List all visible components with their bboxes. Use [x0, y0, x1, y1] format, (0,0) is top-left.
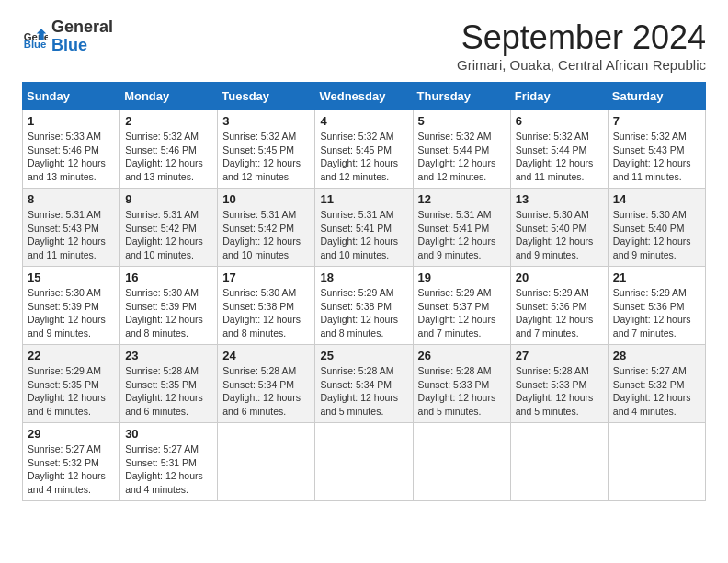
calendar-day-header: Tuesday [218, 83, 315, 110]
day-number: 16 [125, 270, 212, 284]
calendar-day-header: Sunday [23, 83, 120, 110]
calendar-day-cell: 24Sunrise: 5:28 AMSunset: 5:34 PMDayligh… [218, 345, 315, 423]
calendar-week-row: 8Sunrise: 5:31 AMSunset: 5:43 PMDaylight… [23, 189, 706, 267]
calendar-day-cell: 19Sunrise: 5:29 AMSunset: 5:37 PMDayligh… [413, 267, 510, 345]
calendar-day-cell: 11Sunrise: 5:31 AMSunset: 5:41 PMDayligh… [315, 189, 413, 267]
calendar-day-cell: 9Sunrise: 5:31 AMSunset: 5:42 PMDaylight… [120, 189, 218, 267]
page-header: General Blue General Blue September 2024… [22, 18, 706, 73]
calendar-week-row: 1Sunrise: 5:33 AMSunset: 5:46 PMDaylight… [23, 110, 706, 189]
calendar-day-cell: 20Sunrise: 5:29 AMSunset: 5:36 PMDayligh… [510, 267, 608, 345]
logo-blue-text: Blue [51, 36, 87, 54]
day-info: Sunrise: 5:32 AMSunset: 5:45 PMDaylight:… [222, 130, 310, 184]
day-info: Sunrise: 5:29 AMSunset: 5:36 PMDaylight:… [516, 286, 603, 340]
calendar-day-cell: 18Sunrise: 5:29 AMSunset: 5:38 PMDayligh… [315, 267, 413, 345]
day-number: 30 [125, 427, 212, 441]
title-area: September 2024 Grimari, Ouaka, Central A… [457, 18, 706, 73]
calendar-day-cell: 6Sunrise: 5:32 AMSunset: 5:44 PMDaylight… [510, 110, 608, 189]
day-number: 4 [320, 114, 407, 128]
day-info: Sunrise: 5:29 AMSunset: 5:36 PMDaylight:… [613, 286, 700, 340]
calendar-day-cell: 26Sunrise: 5:28 AMSunset: 5:33 PMDayligh… [413, 345, 510, 423]
day-info: Sunrise: 5:32 AMSunset: 5:46 PMDaylight:… [125, 130, 212, 184]
day-info: Sunrise: 5:29 AMSunset: 5:38 PMDaylight:… [320, 286, 407, 340]
day-number: 15 [28, 270, 115, 284]
calendar-day-cell: 14Sunrise: 5:30 AMSunset: 5:40 PMDayligh… [608, 189, 705, 267]
day-info: Sunrise: 5:31 AMSunset: 5:43 PMDaylight:… [28, 208, 115, 262]
day-number: 6 [516, 114, 603, 128]
logo: General Blue General Blue [22, 18, 113, 55]
calendar-day-cell: 16Sunrise: 5:30 AMSunset: 5:39 PMDayligh… [120, 267, 218, 345]
calendar-day-cell [218, 423, 315, 501]
calendar-day-cell: 17Sunrise: 5:30 AMSunset: 5:38 PMDayligh… [218, 267, 315, 345]
calendar-day-cell: 2Sunrise: 5:32 AMSunset: 5:46 PMDaylight… [120, 110, 218, 189]
day-number: 29 [28, 427, 115, 441]
logo-general-text: General [51, 17, 113, 36]
day-info: Sunrise: 5:29 AMSunset: 5:35 PMDaylight:… [28, 364, 115, 419]
day-number: 20 [516, 270, 603, 284]
svg-text:Blue: Blue [24, 39, 47, 50]
day-number: 24 [222, 349, 310, 362]
day-number: 19 [418, 270, 506, 284]
calendar-day-cell [315, 423, 413, 501]
day-number: 14 [613, 192, 700, 206]
day-number: 8 [28, 192, 115, 206]
calendar-day-cell: 30Sunrise: 5:27 AMSunset: 5:31 PMDayligh… [120, 423, 218, 501]
day-number: 1 [28, 114, 115, 128]
day-info: Sunrise: 5:31 AMSunset: 5:41 PMDaylight:… [418, 208, 506, 262]
day-info: Sunrise: 5:28 AMSunset: 5:34 PMDaylight:… [222, 364, 310, 419]
day-info: Sunrise: 5:27 AMSunset: 5:31 PMDaylight:… [125, 442, 212, 497]
calendar-day-header: Wednesday [315, 83, 413, 110]
calendar-week-row: 22Sunrise: 5:29 AMSunset: 5:35 PMDayligh… [23, 345, 706, 423]
calendar-day-cell [413, 423, 510, 501]
day-info: Sunrise: 5:30 AMSunset: 5:39 PMDaylight:… [28, 286, 115, 340]
calendar-day-cell: 27Sunrise: 5:28 AMSunset: 5:33 PMDayligh… [510, 345, 608, 423]
day-number: 13 [516, 192, 603, 206]
calendar-day-cell: 15Sunrise: 5:30 AMSunset: 5:39 PMDayligh… [23, 267, 120, 345]
day-info: Sunrise: 5:30 AMSunset: 5:38 PMDaylight:… [222, 286, 310, 340]
day-number: 7 [613, 114, 700, 128]
day-number: 9 [125, 192, 212, 206]
day-info: Sunrise: 5:31 AMSunset: 5:42 PMDaylight:… [222, 208, 310, 262]
calendar-day-cell: 4Sunrise: 5:32 AMSunset: 5:45 PMDaylight… [315, 110, 413, 189]
calendar-day-cell [510, 423, 608, 501]
calendar-day-cell: 28Sunrise: 5:27 AMSunset: 5:32 PMDayligh… [608, 345, 705, 423]
day-number: 18 [320, 270, 407, 284]
day-info: Sunrise: 5:30 AMSunset: 5:40 PMDaylight:… [613, 208, 700, 262]
calendar-day-cell: 25Sunrise: 5:28 AMSunset: 5:34 PMDayligh… [315, 345, 413, 423]
calendar-day-header: Monday [120, 83, 218, 110]
calendar-day-header: Thursday [413, 83, 510, 110]
day-info: Sunrise: 5:28 AMSunset: 5:33 PMDaylight:… [418, 364, 506, 419]
day-number: 25 [320, 349, 407, 362]
day-info: Sunrise: 5:28 AMSunset: 5:35 PMDaylight:… [125, 364, 212, 419]
calendar-day-cell: 21Sunrise: 5:29 AMSunset: 5:36 PMDayligh… [608, 267, 705, 345]
day-number: 23 [125, 349, 212, 362]
day-info: Sunrise: 5:29 AMSunset: 5:37 PMDaylight:… [418, 286, 506, 340]
calendar-day-cell: 29Sunrise: 5:27 AMSunset: 5:32 PMDayligh… [23, 423, 120, 501]
day-info: Sunrise: 5:32 AMSunset: 5:44 PMDaylight:… [418, 130, 506, 184]
calendar-day-cell: 23Sunrise: 5:28 AMSunset: 5:35 PMDayligh… [120, 345, 218, 423]
day-info: Sunrise: 5:33 AMSunset: 5:46 PMDaylight:… [28, 130, 115, 184]
day-number: 5 [418, 114, 506, 128]
calendar-day-cell: 10Sunrise: 5:31 AMSunset: 5:42 PMDayligh… [218, 189, 315, 267]
day-number: 10 [222, 192, 310, 206]
calendar-day-cell: 7Sunrise: 5:32 AMSunset: 5:43 PMDaylight… [608, 110, 705, 189]
calendar-day-cell: 1Sunrise: 5:33 AMSunset: 5:46 PMDaylight… [23, 110, 120, 189]
logo-icon: General Blue [22, 24, 48, 50]
day-number: 3 [222, 114, 310, 128]
day-number: 17 [222, 270, 310, 284]
calendar-day-cell: 22Sunrise: 5:29 AMSunset: 5:35 PMDayligh… [23, 345, 120, 423]
day-info: Sunrise: 5:30 AMSunset: 5:39 PMDaylight:… [125, 286, 212, 340]
day-info: Sunrise: 5:27 AMSunset: 5:32 PMDaylight:… [28, 442, 115, 497]
calendar-day-cell: 12Sunrise: 5:31 AMSunset: 5:41 PMDayligh… [413, 189, 510, 267]
day-info: Sunrise: 5:28 AMSunset: 5:34 PMDaylight:… [320, 364, 407, 419]
calendar-week-row: 15Sunrise: 5:30 AMSunset: 5:39 PMDayligh… [23, 267, 706, 345]
day-number: 11 [320, 192, 407, 206]
day-info: Sunrise: 5:28 AMSunset: 5:33 PMDaylight:… [516, 364, 603, 419]
location-subtitle: Grimari, Ouaka, Central African Republic [457, 57, 706, 73]
calendar-day-header: Friday [510, 83, 608, 110]
calendar-day-cell: 5Sunrise: 5:32 AMSunset: 5:44 PMDaylight… [413, 110, 510, 189]
calendar-day-cell: 3Sunrise: 5:32 AMSunset: 5:45 PMDaylight… [218, 110, 315, 189]
day-number: 12 [418, 192, 506, 206]
day-number: 28 [613, 349, 700, 362]
day-number: 21 [613, 270, 700, 284]
calendar-day-cell [608, 423, 705, 501]
